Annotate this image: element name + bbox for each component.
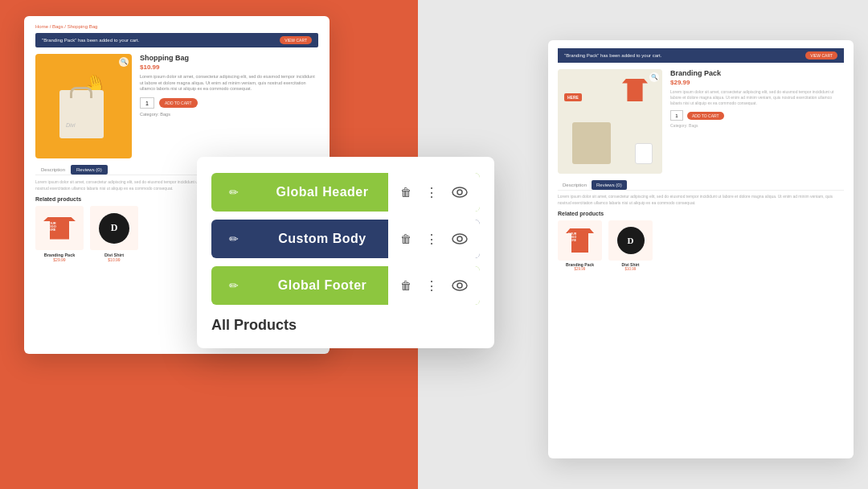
svg-point-5 — [457, 283, 462, 288]
add-to-cart-button[interactable]: ADD TO CART — [159, 98, 198, 108]
right-product-card: "Branding Pack" has been added to your c… — [548, 40, 854, 458]
related-products-title-right: Related products — [558, 211, 844, 216]
zoom-icon-right[interactable]: 🔍 — [649, 72, 659, 82]
notification-bar: "Branding Pack" has been added to your c… — [35, 33, 318, 47]
visibility-global-footer-button[interactable] — [444, 266, 475, 305]
quantity-input-right[interactable]: 1 — [670, 110, 683, 121]
here-badge: HERE — [564, 93, 582, 101]
visibility-global-header-button[interactable] — [444, 173, 475, 212]
tab-reviews-right[interactable]: Reviews (0) — [592, 180, 627, 190]
product-price-right: $29.99 — [670, 79, 844, 86]
product-image: 🤚 Divi 🔍 — [35, 54, 132, 158]
list-item: D Divi Shirt $10.99 — [90, 206, 138, 262]
svg-point-3 — [457, 236, 462, 241]
view-cart-button[interactable]: VIEW CART — [280, 36, 312, 44]
global-header-item: ✏ Global Header 🗑 ⋮ — [211, 173, 480, 212]
custom-body-item: ✏ Custom Body 🗑 ⋮ — [211, 220, 480, 258]
more-global-header-button[interactable]: ⋮ — [419, 173, 444, 212]
product-description-right: Lorem ipsum dolor sit amet, consectetur … — [670, 89, 844, 106]
edit-global-header-button[interactable]: ✏ — [221, 173, 247, 212]
product-category: Category: Bags — [140, 112, 318, 117]
delete-custom-body-button[interactable]: 🗑 — [393, 220, 419, 258]
related-products-list-right: YOURLOGOHERE Branding Pack $29.99 D Divi… — [558, 220, 844, 271]
tab-reviews[interactable]: Reviews (0) — [71, 165, 108, 175]
svg-point-2 — [452, 234, 467, 244]
custom-body-actions: 🗑 ⋮ — [388, 220, 480, 258]
global-footer-actions: 🗑 ⋮ — [388, 266, 480, 305]
global-header-actions: 🗑 ⋮ — [388, 173, 480, 212]
product-title-right: Branding Pack — [670, 69, 844, 77]
svg-point-4 — [452, 281, 467, 290]
breadcrumb: Home / Bags / Shopping Bag — [35, 24, 318, 29]
edit-custom-body-button[interactable]: ✏ — [221, 220, 247, 258]
divi-shirt-image: D — [90, 206, 138, 250]
add-to-cart-button-right[interactable]: ADD TO CART — [687, 112, 724, 120]
template-builder-modal: ✏ Global Header 🗑 ⋮ ✏ Custom Body 🗑 ⋮ — [197, 157, 494, 348]
branding-pack-thumb-right: YOURLOGOHERE — [558, 220, 602, 261]
product-price: $29.99 — [558, 267, 602, 271]
tab-description-right[interactable]: Description — [558, 180, 592, 190]
product-image-right: HERE 🔍 — [558, 69, 662, 174]
modal-footer-label: All Products — [211, 313, 480, 334]
quantity-input[interactable]: 1 — [140, 97, 154, 109]
svg-point-1 — [457, 190, 462, 195]
global-footer-item: ✏ Global Footer 🗑 ⋮ — [211, 266, 480, 305]
more-custom-body-button[interactable]: ⋮ — [419, 220, 444, 258]
list-item: YOURLOGOHERE Branding Pack $29.99 — [558, 220, 602, 271]
product-price: $29.99 — [35, 257, 84, 262]
divi-shirt-thumb-right: D — [608, 220, 653, 261]
custom-body-label: Custom Body — [256, 220, 388, 257]
product-title: Shopping Bag — [140, 54, 318, 62]
notification-message-right: "Branding Pack" has been added to your c… — [564, 53, 661, 58]
global-header-label: Global Header — [256, 174, 388, 211]
list-item: D Divi Shirt $10.99 — [608, 220, 653, 271]
tab-description[interactable]: Description — [35, 165, 71, 175]
delete-global-header-button[interactable]: 🗑 — [393, 173, 419, 212]
product-price: $10.99 — [140, 64, 318, 71]
product-price: $10.99 — [90, 257, 138, 262]
edit-global-footer-button[interactable]: ✏ — [221, 266, 247, 305]
notification-message: "Branding Pack" has been added to your c… — [42, 38, 139, 43]
notification-bar-right: "Branding Pack" has been added to your c… — [558, 48, 844, 63]
zoom-icon[interactable]: 🔍 — [119, 57, 129, 67]
view-cart-button-right[interactable]: VIEW CART — [805, 51, 837, 60]
product-price: $10.99 — [608, 267, 653, 271]
list-item: YOURLOGOHERE Branding Pack $29.99 — [35, 206, 84, 262]
visibility-custom-body-button[interactable] — [444, 220, 475, 258]
delete-global-footer-button[interactable]: 🗑 — [393, 266, 419, 305]
product-description: Lorem ipsum dolor sit amet, consectetur … — [140, 74, 318, 92]
product-tabs-right: Description Reviews (0) — [558, 180, 844, 191]
more-global-footer-button[interactable]: ⋮ — [419, 266, 444, 305]
global-footer-label: Global Footer — [256, 267, 388, 304]
tab-content-right: Lorem ipsum dolor sit amet, consectetur … — [558, 194, 844, 206]
svg-point-0 — [452, 187, 467, 197]
product-category-right: Category: Bags — [670, 123, 844, 128]
branding-pack-image: YOURLOGOHERE — [35, 206, 84, 250]
